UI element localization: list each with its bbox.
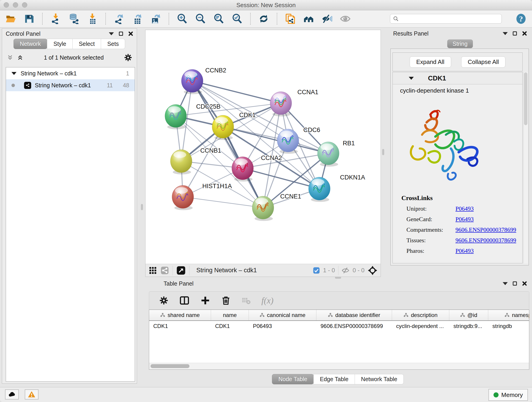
tab-node-table[interactable]: Node Table: [272, 374, 314, 384]
zoom-out-icon[interactable]: [195, 13, 206, 24]
node-CCNA2[interactable]: [232, 157, 253, 182]
tab-network-table[interactable]: Network Table: [355, 374, 404, 384]
tab-select[interactable]: Select: [72, 39, 101, 49]
import-database-icon[interactable]: [69, 13, 79, 24]
panel-menu-icon[interactable]: [503, 32, 508, 35]
export-table-icon[interactable]: [132, 13, 143, 24]
hidden-eye-icon[interactable]: [342, 267, 349, 274]
tab-sets[interactable]: Sets: [101, 39, 125, 49]
help-icon[interactable]: ?: [515, 13, 526, 24]
delete-column-trash-icon[interactable]: [221, 296, 231, 305]
node-RB1[interactable]: [317, 142, 339, 167]
edge-HIST1H1A-CCNE1[interactable]: [183, 197, 263, 208]
crosslink-value-link[interactable]: P06493: [456, 205, 474, 212]
table-settings-gear-icon[interactable]: [159, 296, 168, 305]
open-in-window-icon[interactable]: [177, 266, 186, 275]
tab-network[interactable]: Network: [13, 39, 47, 49]
edge-RB1-CCNA2[interactable]: [243, 153, 328, 168]
network-row-selected[interactable]: String Network – cdk1 11 48: [6, 79, 135, 91]
import-table-icon[interactable]: [87, 13, 98, 24]
node-CDC6[interactable]: [277, 129, 299, 154]
crosslink-value-link[interactable]: 9606.ENSP00000378699: [456, 226, 516, 233]
save-session-icon[interactable]: [24, 13, 34, 24]
column-header-namespace[interactable]: namespace: [488, 310, 529, 320]
node-CCNB2[interactable]: [181, 70, 203, 94]
table-row[interactable]: CDK1CDK1P064939606.ENSP00000378699cyclin…: [149, 321, 529, 332]
tab-string[interactable]: String: [447, 39, 473, 48]
minimize-window-button[interactable]: [13, 2, 18, 7]
export-network-icon[interactable]: [114, 13, 124, 24]
node-CDK1[interactable]: [212, 115, 234, 140]
column-header-description[interactable]: description: [392, 310, 449, 320]
expand-all-icon[interactable]: [17, 54, 24, 61]
table-horizontal-scrollbar[interactable]: [149, 363, 529, 370]
panel-close-icon[interactable]: [522, 281, 527, 286]
zoom-fit-icon[interactable]: [214, 13, 224, 24]
column-header-name[interactable]: name: [211, 310, 249, 320]
collapse-all-button[interactable]: Collapse All: [461, 56, 506, 68]
panel-float-icon[interactable]: [513, 32, 517, 36]
hide-eye-icon[interactable]: [322, 13, 332, 24]
close-window-button[interactable]: [4, 2, 9, 7]
column-header-canonical-name[interactable]: canonical name: [249, 310, 317, 320]
cloud-button[interactable]: [5, 389, 19, 400]
panel-menu-icon[interactable]: [503, 282, 508, 285]
memory-button[interactable]: Memory: [488, 389, 528, 401]
warning-button[interactable]: [25, 389, 38, 400]
crosslink-value-link[interactable]: P06493: [456, 247, 474, 254]
zoom-in-icon[interactable]: [177, 13, 187, 24]
results-scrollbar[interactable]: [523, 72, 528, 263]
column-header-shared-name[interactable]: shared name: [149, 310, 211, 320]
panel-close-icon[interactable]: [522, 31, 527, 36]
function-builder-icon[interactable]: f(x): [261, 295, 273, 306]
panel-menu-icon[interactable]: [109, 32, 114, 35]
network-view-icon[interactable]: [161, 266, 169, 274]
crosslink-value-link[interactable]: P06493: [456, 216, 474, 223]
node-CCNE1[interactable]: [252, 196, 274, 221]
node-HIST1H1A[interactable]: [172, 185, 194, 210]
scrollbar-thumb[interactable]: [151, 364, 190, 368]
refresh-layout-icon[interactable]: [259, 13, 269, 24]
divider-handle[interactable]: [382, 149, 384, 155]
crosslink-label: GeneCard:: [401, 216, 456, 223]
collapse-all-icon[interactable]: [7, 54, 13, 61]
show-columns-icon[interactable]: [179, 295, 190, 306]
column-header-id[interactable]: @id: [449, 310, 488, 320]
node-CCNB1[interactable]: [171, 150, 192, 174]
selected-checkbox-icon[interactable]: [313, 267, 320, 274]
node-CDKN1A[interactable]: [309, 177, 330, 202]
node-CCNA1[interactable]: [270, 92, 292, 116]
gear-icon[interactable]: [124, 53, 132, 62]
section-collapse-icon[interactable]: [409, 77, 414, 80]
import-network-icon[interactable]: [51, 13, 61, 24]
column-header-database-identifier[interactable]: database identifier: [317, 310, 392, 320]
clone-network-icon[interactable]: [285, 13, 296, 24]
zoom-window-button[interactable]: [22, 2, 27, 7]
open-session-icon[interactable]: [6, 13, 16, 24]
gene-section-header[interactable]: CDK1: [393, 72, 522, 84]
panel-close-icon[interactable]: [128, 31, 133, 36]
network-collection-row[interactable]: String Network – cdk1 1: [6, 67, 135, 79]
collection-expand-icon[interactable]: [12, 72, 17, 75]
zoom-selected-icon[interactable]: [232, 13, 242, 24]
table-cell: 9606.ENSP00000378699: [317, 323, 392, 329]
search-input[interactable]: [401, 15, 499, 22]
panel-float-icon[interactable]: [513, 281, 517, 286]
network-canvas[interactable]: CCNB2CCNA1CDC25BCDK1CDC6RB1CCNB1CCNA2CDK…: [145, 30, 381, 277]
crosslink-row: Uniprot:P06493: [401, 205, 519, 212]
tab-style[interactable]: Style: [47, 39, 73, 49]
houses-icon[interactable]: [303, 13, 314, 24]
node-CDC25B[interactable]: [165, 104, 186, 129]
grid-view-icon[interactable]: [149, 266, 157, 274]
expand-all-button[interactable]: Expand All: [410, 56, 451, 68]
delete-table-icon[interactable]: [242, 296, 250, 305]
tab-edge-table[interactable]: Edge Table: [313, 374, 355, 384]
birdseye-icon[interactable]: [368, 266, 377, 275]
show-eye-icon[interactable]: [340, 13, 351, 24]
divider-handle[interactable]: [141, 204, 143, 210]
panel-float-icon[interactable]: [119, 32, 123, 36]
export-image-icon[interactable]: [150, 13, 161, 24]
crosslink-value-link[interactable]: 9606.ENSP00000378699: [456, 237, 516, 244]
add-column-icon[interactable]: [201, 296, 210, 305]
results-scrollbar-thumb[interactable]: [524, 72, 527, 125]
